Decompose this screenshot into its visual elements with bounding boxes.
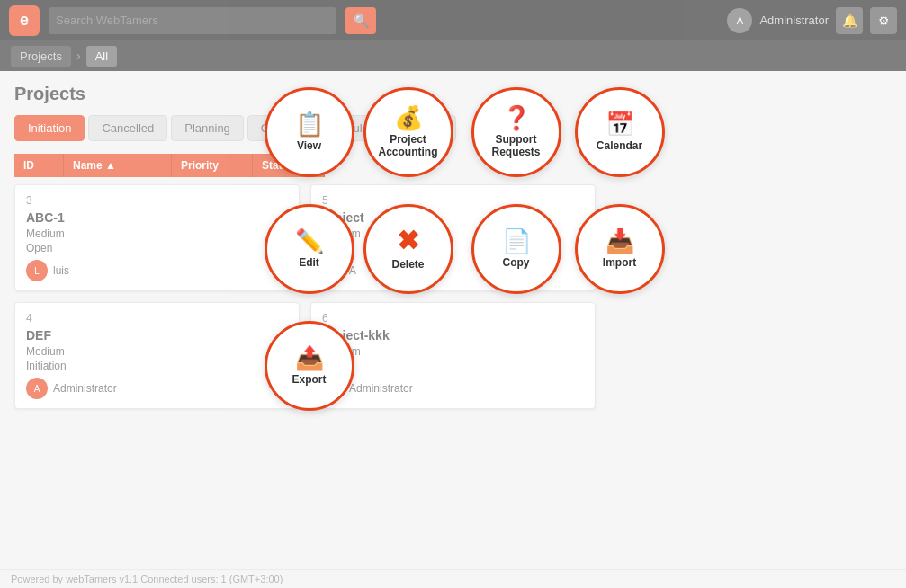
- calendar-label: Calendar: [597, 139, 642, 152]
- radial-delete-button[interactable]: ✖ Delete: [363, 204, 453, 294]
- radial-edit-button[interactable]: ✏️ Edit: [265, 204, 354, 294]
- edit-label: Edit: [299, 256, 319, 269]
- radial-copy-button[interactable]: 📄 Copy: [471, 204, 561, 294]
- radial-export-button[interactable]: 📤 Export: [265, 321, 354, 411]
- export-icon: 📤: [295, 346, 324, 370]
- overlay[interactable]: 📋 View 💰 Project Accounting ❓ Support Re…: [0, 0, 906, 422]
- calendar-icon: 📅: [605, 112, 634, 136]
- radial-view-button[interactable]: 📋 View: [265, 87, 354, 177]
- import-label: Import: [603, 256, 636, 269]
- view-icon: 📋: [295, 112, 324, 136]
- support-requests-label: Support Requests: [474, 133, 559, 159]
- delete-label: Delete: [391, 258, 424, 271]
- import-icon: 📥: [605, 229, 634, 253]
- edit-icon: ✏️: [295, 229, 324, 253]
- export-label: Export: [292, 373, 326, 386]
- radial-project-accounting-button[interactable]: 💰 Project Accounting: [363, 87, 453, 177]
- project-accounting-label: Project Accounting: [366, 133, 451, 159]
- radial-menu: 📋 View 💰 Project Accounting ❓ Support Re…: [256, 78, 651, 422]
- project-accounting-icon: 💰: [394, 106, 423, 129]
- radial-support-requests-button[interactable]: ❓ Support Requests: [471, 87, 561, 177]
- support-requests-icon: ❓: [502, 106, 531, 129]
- delete-icon: ✖: [397, 227, 419, 254]
- radial-import-button[interactable]: 📥 Import: [575, 204, 665, 294]
- copy-icon: 📄: [502, 229, 531, 253]
- view-label: View: [297, 139, 321, 152]
- radial-calendar-button[interactable]: 📅 Calendar: [575, 87, 665, 177]
- copy-label: Copy: [503, 256, 530, 269]
